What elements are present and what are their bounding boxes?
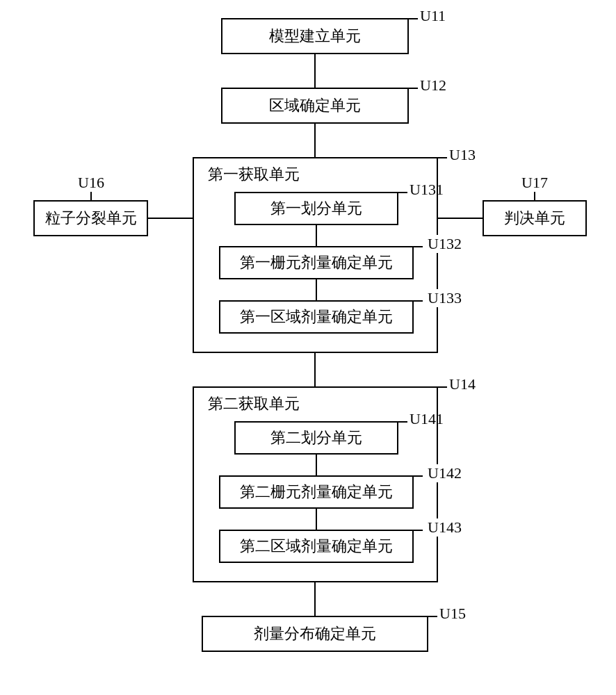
connector-u142-u143	[316, 509, 317, 530]
box-u11-label: 模型建立单元	[269, 26, 361, 47]
box-u131-label: 第一划分单元	[270, 198, 362, 219]
box-u133-label: 第一区域剂量确定单元	[240, 306, 393, 327]
box-u16-label: 粒子分裂单元	[45, 208, 137, 229]
u14-tag: U14	[449, 375, 476, 393]
box-u17: 判决单元	[483, 200, 587, 236]
u143-tick	[413, 530, 423, 531]
u17-tag: U17	[521, 174, 548, 192]
box-u16: 粒子分裂单元	[33, 200, 148, 236]
u131-tag: U131	[410, 181, 444, 199]
u15-tick	[428, 616, 437, 617]
box-u131: 第一划分单元	[234, 192, 398, 225]
box-u141: 第二划分单元	[234, 421, 398, 455]
box-u11: 模型建立单元	[221, 18, 409, 54]
u143-tag: U143	[425, 518, 464, 537]
box-u142: 第二栅元剂量确定单元	[219, 475, 414, 509]
u131-tick	[398, 192, 407, 193]
u11-tick	[408, 18, 418, 19]
u16-tick	[90, 192, 92, 202]
box-u12: 区域确定单元	[221, 88, 409, 124]
u132-tag: U132	[425, 235, 464, 253]
connector-u132-u133	[316, 279, 317, 300]
box-u15: 剂量分布确定单元	[202, 616, 428, 652]
container-u14: 第二获取单元 第二划分单元 U141 第二栅元剂量确定单元 U142 第二区域剂…	[193, 386, 438, 582]
container-u13: 第一获取单元 第一划分单元 U131 第一栅元剂量确定单元 U132 第一区域剂…	[193, 157, 438, 353]
u13-tick	[437, 157, 447, 158]
u13-tag: U13	[449, 146, 476, 164]
u133-tag: U133	[425, 289, 464, 307]
connector-u13-u14	[314, 353, 316, 386]
u133-tick	[413, 300, 423, 302]
u14-title: 第二获取单元	[208, 393, 300, 414]
box-u142-label: 第二栅元剂量确定单元	[240, 482, 393, 502]
connector-u141-u142	[316, 455, 317, 475]
box-u17-label: 判决单元	[504, 208, 565, 229]
connector-u14-u15	[314, 582, 316, 616]
u141-tick	[398, 421, 407, 423]
box-u143-label: 第二区域剂量确定单元	[240, 536, 393, 557]
box-u12-label: 区域确定单元	[269, 95, 361, 116]
box-u141-label: 第二划分单元	[270, 427, 362, 448]
box-u132-label: 第一栅元剂量确定单元	[240, 252, 393, 273]
u14-tick	[437, 386, 447, 388]
u15-tag: U15	[439, 605, 466, 623]
u12-tag: U12	[420, 76, 446, 95]
connector-u11-u12	[314, 54, 316, 88]
u142-tick	[413, 475, 423, 477]
u141-tag: U141	[410, 410, 444, 428]
box-u15-label: 剂量分布确定单元	[254, 623, 376, 644]
connector-u13-u17	[438, 218, 483, 219]
connector-u131-u132	[316, 225, 317, 246]
box-u133: 第一区域剂量确定单元	[219, 300, 414, 334]
u12-tick	[408, 88, 418, 89]
u132-tick	[413, 246, 423, 247]
u17-tick	[534, 192, 535, 202]
u11-tag: U11	[420, 7, 446, 25]
box-u143: 第二区域剂量确定单元	[219, 530, 414, 563]
u16-tag: U16	[78, 174, 104, 192]
u13-title: 第一获取单元	[208, 164, 300, 185]
box-u132: 第一栅元剂量确定单元	[219, 246, 414, 279]
u142-tag: U142	[425, 464, 464, 482]
connector-u16-u13	[148, 218, 193, 219]
connector-u12-u13	[314, 124, 316, 157]
